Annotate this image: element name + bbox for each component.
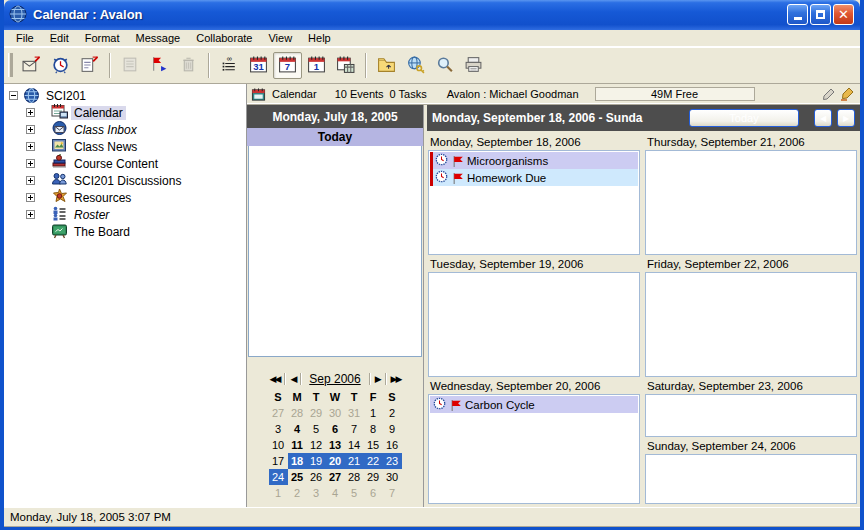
minical-date-cell[interactable]: 20: [326, 453, 345, 469]
minical-date-cell[interactable]: 15: [364, 437, 383, 453]
minical-date-cell[interactable]: 29: [364, 469, 383, 485]
minical-date-cell[interactable]: 21: [345, 453, 364, 469]
minical-date-cell[interactable]: 7: [345, 421, 364, 437]
prev-month-button[interactable]: ◀: [287, 374, 298, 384]
maximize-button[interactable]: [810, 4, 831, 25]
minical-date-cell[interactable]: 6: [364, 485, 383, 501]
directory-button[interactable]: [401, 52, 430, 79]
new-task-button[interactable]: [75, 52, 104, 79]
menu-view[interactable]: View: [260, 31, 300, 45]
day-cell[interactable]: MicroorganismsHomework Due: [428, 150, 640, 255]
day-cell[interactable]: [645, 272, 857, 377]
new-event-button[interactable]: [17, 52, 46, 79]
minical-date-cell[interactable]: 28: [288, 405, 307, 421]
minical-date-cell[interactable]: 5: [307, 421, 326, 437]
minical-date-cell[interactable]: 18: [288, 453, 307, 469]
day-cell[interactable]: [645, 394, 857, 437]
minical-date-cell[interactable]: 23: [383, 453, 402, 469]
sidebar-item-sci201-discussions[interactable]: SCI201 Discussions: [26, 172, 246, 189]
week-view-button[interactable]: 7: [273, 52, 302, 79]
prev-year-button[interactable]: ◀◀: [267, 374, 283, 384]
minical-date-cell[interactable]: 5: [345, 485, 364, 501]
minimize-button[interactable]: [787, 4, 808, 25]
minical-date-cell[interactable]: 11: [288, 437, 307, 453]
today-banner[interactable]: Today: [247, 128, 423, 146]
minical-date-cell[interactable]: 2: [383, 405, 402, 421]
expand-icon[interactable]: [26, 125, 35, 134]
day-cell[interactable]: [428, 272, 640, 377]
minical-date-cell[interactable]: 14: [345, 437, 364, 453]
expand-icon[interactable]: [26, 142, 35, 151]
minical-date-cell[interactable]: 22: [364, 453, 383, 469]
minical-date-cell[interactable]: 30: [383, 469, 402, 485]
signature-pencil-icon[interactable]: [840, 87, 854, 101]
expand-icon[interactable]: [26, 159, 35, 168]
minical-date-cell[interactable]: 31: [345, 405, 364, 421]
edit-pencil-icon[interactable]: [822, 87, 836, 101]
minical-date-cell[interactable]: 30: [326, 405, 345, 421]
day-events-area[interactable]: [248, 146, 422, 357]
minical-date-cell[interactable]: 6: [326, 421, 345, 437]
search-button[interactable]: [430, 52, 459, 79]
multi-week-view-button[interactable]: [331, 52, 360, 79]
minical-date-cell[interactable]: 2: [288, 485, 307, 501]
minical-date-cell[interactable]: 3: [307, 485, 326, 501]
menu-message[interactable]: Message: [128, 31, 189, 45]
today-button[interactable]: Today: [689, 109, 799, 127]
minical-date-cell[interactable]: 29: [307, 405, 326, 421]
minical-date-cell[interactable]: 9: [383, 421, 402, 437]
minical-date-cell[interactable]: 25: [288, 469, 307, 485]
calendar-event[interactable]: Homework Due: [430, 169, 638, 186]
minical-date-cell[interactable]: 13: [326, 437, 345, 453]
sidebar-item-resources[interactable]: Resources: [26, 189, 246, 206]
parent-folder-button[interactable]: [372, 52, 401, 79]
sidebar-item-roster[interactable]: Roster: [26, 206, 246, 223]
minical-date-cell[interactable]: 7: [383, 485, 402, 501]
list-view-button[interactable]: ∞: [215, 52, 244, 79]
toolbar-grip[interactable]: [8, 53, 13, 77]
minical-date-cell[interactable]: 1: [269, 485, 288, 501]
sidebar-item-the-board[interactable]: The Board: [26, 223, 246, 240]
calendar-event[interactable]: Microorganisms: [430, 152, 638, 169]
minical-date-cell[interactable]: 12: [307, 437, 326, 453]
minical-date-cell[interactable]: 26: [307, 469, 326, 485]
tree-root-sci201[interactable]: SCI201: [6, 87, 246, 104]
calendar-event[interactable]: Carbon Cycle: [430, 396, 638, 413]
expand-icon[interactable]: [26, 193, 35, 202]
minical-date-cell[interactable]: 24: [269, 469, 288, 485]
sidebar-item-class-news[interactable]: Class News: [26, 138, 246, 155]
day-view-button[interactable]: 1: [302, 52, 331, 79]
close-button[interactable]: ✕: [833, 4, 854, 25]
minical-date-cell[interactable]: 27: [326, 469, 345, 485]
minical-date-cell[interactable]: 27: [269, 405, 288, 421]
sidebar-item-calendar[interactable]: Calendar: [26, 104, 246, 121]
minical-date-cell[interactable]: 19: [307, 453, 326, 469]
minical-date-cell[interactable]: 16: [383, 437, 402, 453]
menu-edit[interactable]: Edit: [42, 31, 77, 45]
minical-date-cell[interactable]: 10: [269, 437, 288, 453]
new-reminder-button[interactable]: [46, 52, 75, 79]
next-year-button[interactable]: ▶▶: [388, 374, 404, 384]
minical-date-cell[interactable]: 4: [288, 421, 307, 437]
collapse-icon[interactable]: [9, 91, 18, 100]
next-week-button[interactable]: ▶: [837, 109, 855, 127]
day-cell[interactable]: [645, 454, 857, 504]
month-view-button[interactable]: 31: [244, 52, 273, 79]
print-button[interactable]: [459, 52, 488, 79]
minical-date-cell[interactable]: 8: [364, 421, 383, 437]
sidebar-item-course-content[interactable]: Course Content: [26, 155, 246, 172]
flag-next-unread-button[interactable]: [145, 52, 174, 79]
next-month-button[interactable]: ▶: [372, 374, 383, 384]
menu-collaborate[interactable]: Collaborate: [188, 31, 260, 45]
day-cell[interactable]: [645, 150, 857, 255]
day-cell[interactable]: Carbon Cycle: [428, 394, 640, 504]
menu-format[interactable]: Format: [77, 31, 128, 45]
previous-week-button[interactable]: ◀: [814, 109, 832, 127]
sidebar-item-class-inbox[interactable]: Class Inbox: [26, 121, 246, 138]
minical-date-cell[interactable]: 17: [269, 453, 288, 469]
minical-date-cell[interactable]: 3: [269, 421, 288, 437]
menu-help[interactable]: Help: [300, 31, 339, 45]
minical-date-cell[interactable]: 28: [345, 469, 364, 485]
month-label[interactable]: Sep 2006: [303, 372, 366, 386]
expand-icon[interactable]: [26, 176, 35, 185]
